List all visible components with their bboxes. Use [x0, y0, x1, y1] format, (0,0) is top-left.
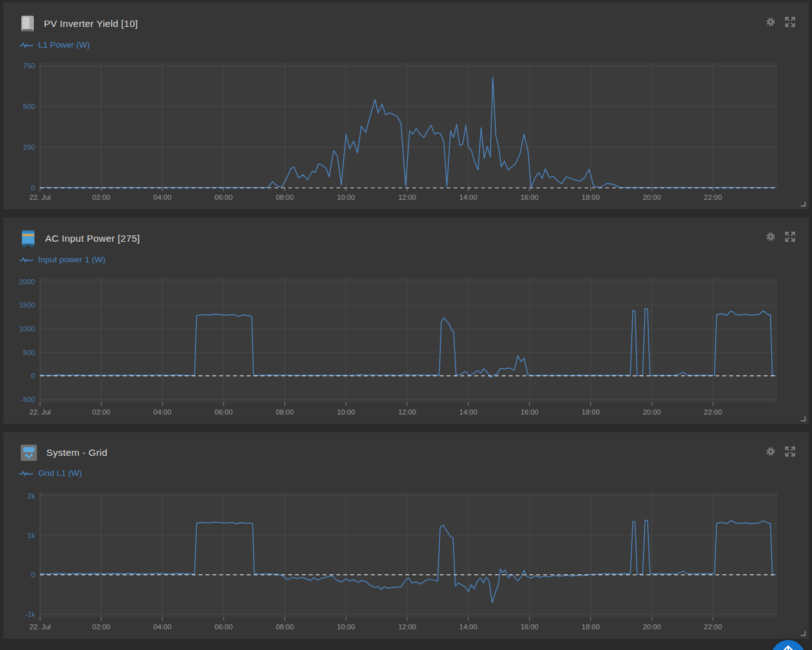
x-tick-label: 22. Jul: [29, 408, 51, 416]
legend-item[interactable]: Input power 1 (W): [19, 255, 809, 264]
x-tick-label: 04:00: [154, 193, 172, 201]
x-tick-label: 22:00: [704, 623, 722, 631]
x-tick-label: 16:00: [521, 408, 539, 416]
x-tick-label: 02:00: [92, 623, 110, 631]
x-tick-label: 08:00: [276, 408, 294, 416]
plot-background: [40, 63, 776, 188]
panel-header: System - Grid Grid L1 (W): [3, 432, 809, 487]
system-grid-icon: [21, 445, 37, 461]
chart-area[interactable]: 22. Jul02:0004:0006:0008:0010:0012:0014:…: [3, 487, 809, 641]
panel-resize-handle[interactable]: [801, 202, 806, 207]
legend-label: Input power 1 (W): [38, 255, 105, 264]
x-tick-label: 16:00: [521, 623, 539, 631]
x-tick-label: 12:00: [398, 623, 416, 631]
plot-background: [40, 492, 776, 617]
expand-icon[interactable]: [784, 231, 796, 242]
legend-label: L1 Power (W): [38, 40, 90, 49]
chart-panel-ac-input-power: AC Input Power [275] Input power 1 (W): [3, 217, 809, 424]
x-tick-label: 14:00: [459, 408, 477, 416]
pv-inverter-yield-chart-canvas[interactable]: 22. Jul02:0004:0006:0008:0010:0012:0014:…: [3, 58, 809, 209]
y-tick-label: 0: [31, 571, 35, 579]
x-tick-label: 06:00: [215, 623, 233, 631]
x-tick-label: 20:00: [643, 623, 661, 631]
x-tick-label: 10:00: [337, 408, 355, 416]
panel-resize-handle[interactable]: [801, 631, 806, 636]
y-tick-label: -1k: [25, 611, 35, 618]
y-tick-label: 0: [31, 184, 35, 192]
gear-icon[interactable]: [765, 231, 776, 242]
scroll-to-top-button[interactable]: [771, 640, 805, 650]
x-tick-label: 20:00: [643, 193, 661, 201]
series-squiggle-icon: [19, 470, 33, 477]
chart-panel-pv-inverter-yield: PV Inverter Yield [10] L1 Power (W): [3, 3, 809, 209]
x-tick-label: 12:00: [398, 193, 416, 201]
x-tick-label: 22:00: [704, 408, 722, 416]
dashboard: PV Inverter Yield [10] L1 Power (W): [0, 0, 812, 650]
panel-title: PV Inverter Yield [10]: [44, 18, 138, 29]
x-tick-label: 16:00: [521, 193, 539, 201]
x-tick-label: 14:00: [459, 623, 477, 631]
chart-panel-system-grid: System - Grid Grid L1 (W): [3, 432, 809, 639]
gear-icon[interactable]: [765, 446, 776, 457]
y-tick-label: 2000: [19, 278, 35, 286]
chart-area[interactable]: 22. Jul02:0004:0006:0008:0010:0012:0014:…: [3, 272, 809, 426]
x-tick-label: 12:00: [398, 408, 416, 416]
x-tick-label: 08:00: [276, 193, 294, 201]
arrow-up-icon: [783, 644, 794, 650]
panel-title: AC Input Power [275]: [45, 233, 140, 244]
y-tick-label: 0: [31, 372, 35, 379]
y-tick-label: 250: [23, 143, 35, 151]
x-tick-label: 04:00: [154, 408, 172, 416]
x-tick-label: 22. Jul: [29, 623, 51, 631]
series-squiggle-icon: [19, 256, 33, 264]
y-tick-label: 500: [23, 103, 35, 110]
panel-title: System - Grid: [46, 447, 107, 458]
pv-inverter-icon: [21, 15, 34, 33]
x-tick-label: 18:00: [581, 623, 600, 631]
x-tick-label: 18:00: [581, 193, 600, 201]
x-tick-label: 20:00: [643, 408, 661, 416]
y-tick-label: 2k: [28, 492, 35, 500]
legend-item[interactable]: L1 Power (W): [19, 40, 809, 49]
x-tick-label: 04:00: [154, 623, 172, 631]
x-tick-label: 06:00: [215, 193, 233, 201]
y-tick-label: -500: [21, 396, 35, 403]
y-tick-label: 1k: [28, 532, 35, 539]
y-tick-label: 1000: [19, 325, 35, 333]
panel-header: AC Input Power [275] Input power 1 (W): [3, 217, 809, 272]
plot-background: [40, 277, 776, 403]
series-squiggle-icon: [19, 41, 33, 49]
x-tick-label: 14:00: [459, 193, 477, 201]
y-tick-label: 1500: [19, 301, 35, 309]
expand-icon[interactable]: [784, 16, 796, 28]
x-tick-label: 10:00: [337, 193, 355, 201]
ac-input-power-chart-canvas[interactable]: 22. Jul02:0004:0006:0008:0010:0012:0014:…: [3, 272, 809, 424]
x-tick-label: 22. Jul: [29, 193, 51, 201]
legend-label: Grid L1 (W): [38, 468, 82, 478]
x-tick-label: 02:00: [92, 408, 110, 416]
gear-icon[interactable]: [765, 16, 776, 28]
y-tick-label: 500: [23, 349, 35, 356]
x-tick-label: 18:00: [581, 408, 600, 416]
system-grid-chart-canvas[interactable]: 22. Jul02:0004:0006:0008:0010:0012:0014:…: [3, 487, 809, 639]
x-tick-label: 10:00: [337, 623, 355, 631]
inverter-charger-icon: [21, 230, 36, 247]
x-tick-label: 22:00: [704, 193, 722, 201]
chart-area[interactable]: 22. Jul02:0004:0006:0008:0010:0012:0014:…: [3, 58, 809, 212]
legend-item[interactable]: Grid L1 (W): [19, 468, 809, 478]
x-tick-label: 08:00: [276, 623, 294, 631]
panel-header: PV Inverter Yield [10] L1 Power (W): [3, 3, 809, 58]
x-tick-label: 02:00: [92, 193, 110, 201]
x-tick-label: 06:00: [215, 408, 233, 416]
expand-icon[interactable]: [784, 446, 796, 457]
panel-resize-handle[interactable]: [801, 416, 806, 421]
y-tick-label: 750: [23, 62, 35, 70]
